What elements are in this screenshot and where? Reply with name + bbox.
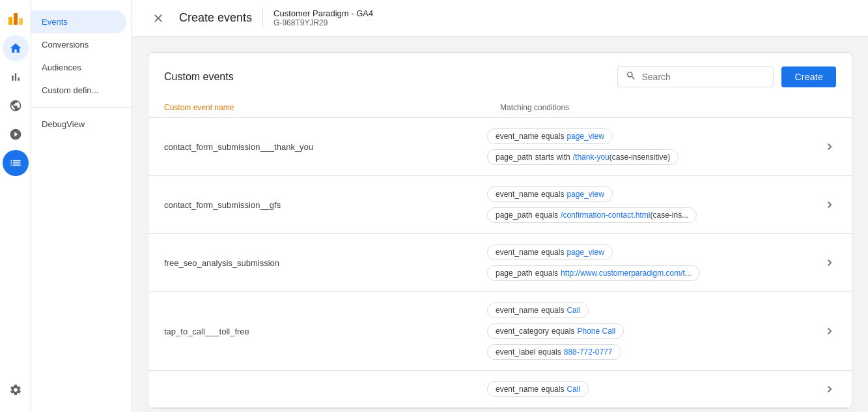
event-name: free_seo_analysis_submission bbox=[164, 258, 487, 268]
content-area: Custom events Create Custom event name M… bbox=[132, 37, 868, 412]
search-icon bbox=[626, 70, 636, 83]
column-header-name: Custom event name bbox=[164, 103, 500, 112]
condition-pill: event_category equals Phone Call bbox=[487, 323, 624, 339]
condition-pill: event_name equals Call bbox=[487, 302, 589, 318]
table-row[interactable]: tap_to_call___toll_freeevent_name equals… bbox=[148, 292, 852, 371]
custom-events-panel: Custom events Create Custom event name M… bbox=[148, 52, 852, 409]
analytics-logo bbox=[4, 5, 27, 29]
event-name: contact_form_submission__gfs bbox=[164, 200, 487, 210]
nav-icon-settings[interactable] bbox=[3, 377, 29, 403]
nav-icon-reports[interactable] bbox=[3, 64, 29, 90]
sidebar-item-custom-definitions[interactable]: Custom defin... bbox=[31, 79, 126, 102]
condition-pill: event_name equals page_view bbox=[487, 128, 613, 144]
nav-icon-explore[interactable] bbox=[3, 93, 29, 119]
row-chevron-icon[interactable] bbox=[810, 383, 836, 396]
row-chevron-icon[interactable] bbox=[810, 256, 836, 269]
condition-pill: event_name equals page_view bbox=[487, 186, 613, 202]
icon-bar-bottom bbox=[3, 375, 29, 412]
condition-pill: page_path equals /confirmation-contact.h… bbox=[487, 207, 697, 223]
event-name: tap_to_call___toll_free bbox=[164, 327, 487, 336]
table-row[interactable]: event_name equals Call bbox=[148, 371, 852, 408]
conditions-column: event_name equals Callevent_category equ… bbox=[487, 302, 810, 360]
main-area: Create events Customer Paradigm - GA4 G-… bbox=[132, 0, 868, 412]
column-header-conditions: Matching conditions bbox=[500, 103, 836, 112]
header-divider bbox=[262, 8, 263, 29]
event-name: contact_form_submission___thank_you bbox=[164, 142, 487, 152]
condition-pill: event_name equals Call bbox=[487, 381, 589, 397]
condition-pill: page_path starts with /thank-you (case-i… bbox=[487, 149, 679, 165]
condition-pill: event_label equals 888-772-0777 bbox=[487, 344, 621, 360]
page-title: Create events bbox=[179, 11, 252, 25]
page-header: Create events Customer Paradigm - GA4 G-… bbox=[132, 0, 868, 37]
table-row[interactable]: free_seo_analysis_submissionevent_name e… bbox=[148, 234, 852, 292]
panel-actions: Create bbox=[617, 66, 836, 87]
property-name: Customer Paradigm - GA4 bbox=[273, 8, 373, 18]
table-body: contact_form_submission___thank_youevent… bbox=[148, 118, 852, 408]
row-chevron-icon[interactable] bbox=[810, 198, 836, 211]
conditions-column: event_name equals page_viewpage_path equ… bbox=[487, 186, 810, 223]
table-header: Custom event name Matching conditions bbox=[148, 98, 852, 118]
nav-icon-advertising[interactable] bbox=[3, 121, 29, 147]
condition-pill: page_path equals http://www.customerpara… bbox=[487, 265, 700, 281]
sidebar: Events Conversions Audiences Custom defi… bbox=[31, 0, 132, 412]
table-row[interactable]: contact_form_submission__gfsevent_name e… bbox=[148, 176, 852, 234]
nav-icon-home[interactable] bbox=[3, 35, 29, 61]
icon-bar bbox=[0, 0, 31, 412]
nav-icon-configure[interactable] bbox=[3, 150, 29, 176]
conditions-column: event_name equals page_viewpage_path sta… bbox=[487, 128, 810, 165]
conditions-column: event_name equals Call bbox=[487, 381, 810, 397]
table-row[interactable]: contact_form_submission___thank_youevent… bbox=[148, 118, 852, 176]
row-chevron-icon[interactable] bbox=[810, 140, 836, 153]
sidebar-item-events[interactable]: Events bbox=[31, 10, 126, 33]
search-box[interactable] bbox=[617, 66, 774, 87]
create-button[interactable]: Create bbox=[781, 66, 836, 87]
row-chevron-icon[interactable] bbox=[810, 325, 836, 338]
condition-pill: event_name equals page_view bbox=[487, 244, 613, 260]
sidebar-item-audiences[interactable]: Audiences bbox=[31, 56, 126, 79]
sidebar-divider bbox=[31, 107, 132, 108]
close-button[interactable] bbox=[148, 8, 169, 29]
panel-title: Custom events bbox=[164, 71, 234, 83]
panel-header: Custom events Create bbox=[148, 53, 852, 98]
search-input[interactable] bbox=[641, 72, 765, 82]
sidebar-item-debugview[interactable]: DebugView bbox=[31, 113, 126, 136]
property-id: G-968T9YJR29 bbox=[273, 18, 373, 27]
sidebar-item-conversions[interactable]: Conversions bbox=[31, 33, 126, 56]
conditions-column: event_name equals page_viewpage_path equ… bbox=[487, 244, 810, 281]
property-info: Customer Paradigm - GA4 G-968T9YJR29 bbox=[273, 8, 373, 27]
